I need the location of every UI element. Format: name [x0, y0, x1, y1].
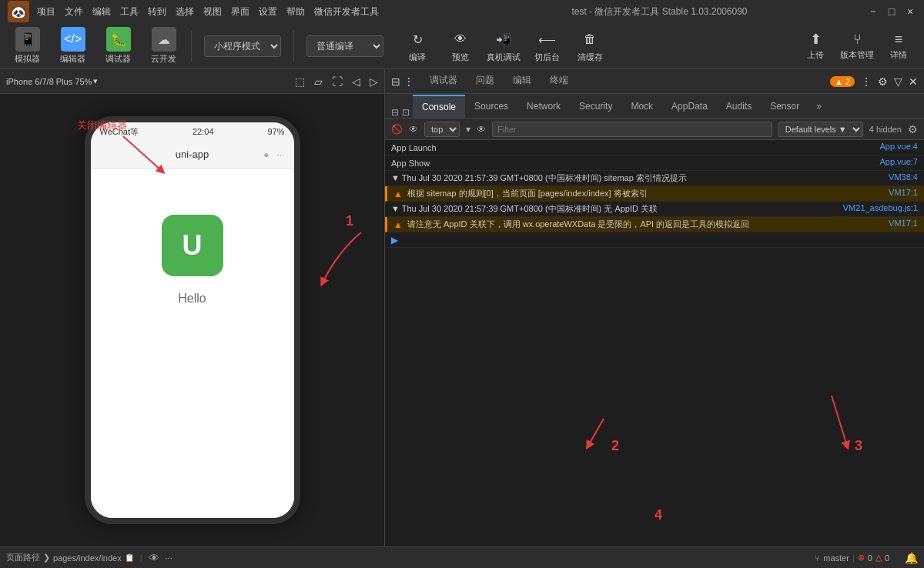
- console-sidebar-toggle[interactable]: ⊟: [391, 107, 399, 118]
- console-row-3: ▲ 根据 sitemap 的规则[0]，当前页面 [pages/index/in…: [385, 186, 924, 202]
- debugger-label: 调试器: [105, 53, 131, 65]
- console-tab-sensor[interactable]: Sensor: [761, 95, 808, 118]
- devtools-sidebar-icon[interactable]: ⊟: [391, 75, 400, 88]
- console-source-3[interactable]: VM17:1: [889, 188, 918, 199]
- console-row-6: ▶: [385, 232, 924, 248]
- devtools-header-right: ▲ 2 ⋮ ⚙ ▽ ✕: [830, 75, 918, 88]
- filter-eye-icon[interactable]: 👁: [409, 124, 418, 135]
- fullscreen-icon[interactable]: ⛶: [332, 75, 343, 88]
- realtest-button[interactable]: 📲 真机调试: [485, 26, 522, 66]
- cloud-button[interactable]: ☁ 云开发: [142, 26, 185, 66]
- menu-ui[interactable]: 界面: [231, 5, 249, 18]
- tab-issues[interactable]: 问题: [467, 69, 504, 94]
- editor-button[interactable]: </> 编辑器: [52, 26, 94, 66]
- mode-select[interactable]: 小程序模式: [204, 35, 281, 57]
- filter-block-icon[interactable]: 🚫: [391, 124, 403, 135]
- devtools-expand-icon[interactable]: ▽: [894, 75, 902, 88]
- debugger-button[interactable]: 🐛 调试器: [97, 26, 139, 66]
- console-tab-bar: ⊟ ⊡ Console Sources Network Security Moc…: [385, 94, 924, 119]
- annotation-4: 4: [654, 507, 662, 523]
- console-row-content-3: ▲ 根据 sitemap 的规则[0]，当前页面 [pages/index/in…: [393, 188, 889, 199]
- console-tab-active[interactable]: Console: [413, 95, 465, 118]
- menu-project[interactable]: 项目: [37, 5, 55, 18]
- phone-nav-bar: uni-app ··· ●: [91, 141, 294, 169]
- status-right: ⑂ master | ⊗ 0 △ 0 🔔: [815, 552, 918, 564]
- devtools-more-icon[interactable]: ⋮: [861, 75, 872, 88]
- filter-eye2-icon[interactable]: 👁: [477, 124, 486, 135]
- status-path[interactable]: 页面路径 ❯ pages/index/index 📋: [6, 552, 134, 563]
- devtools-header: ⊟ ⋮ 调试器 问题 编辑 终端 ▲ 2 ⋮ ⚙ ▽ ✕: [385, 69, 924, 94]
- devtools-tab-bar: 调试器 问题 编辑 终端: [420, 69, 578, 94]
- preview-button[interactable]: 👁 预览: [442, 26, 479, 66]
- console-row-5: ▲ 请注意无 AppID 关联下，调用 wx.operateWXData 是受限…: [385, 217, 924, 232]
- device-selector[interactable]: iPhone 6/7/8 Plus 75% ▾: [6, 76, 98, 86]
- console-source-2[interactable]: VM38:4: [889, 172, 918, 184]
- status-more-icon[interactable]: ···: [166, 553, 172, 563]
- console-tab-security[interactable]: Security: [570, 95, 621, 118]
- forward-nav-icon[interactable]: ▷: [370, 75, 378, 88]
- simulator-panel: iPhone 6/7/8 Plus 75% ▾ ⬚ ▱ ⛶ ◁ ▷ 关闭编辑器: [0, 69, 385, 546]
- back-nav-icon[interactable]: ◁: [352, 75, 360, 88]
- console-tab-audits[interactable]: Audits: [717, 95, 761, 118]
- minimize-button[interactable]: －: [867, 5, 879, 18]
- filter-context-select[interactable]: top: [424, 122, 460, 137]
- tab-terminal[interactable]: 终端: [541, 69, 578, 94]
- cloud-label: 云开发: [151, 53, 176, 65]
- console-tab-appdata[interactable]: AppData: [662, 95, 717, 118]
- status-branch: ⑂ master: [815, 553, 849, 563]
- console-tab-more[interactable]: »: [808, 95, 829, 118]
- clearcache-button[interactable]: 🗑 清缓存: [571, 26, 608, 66]
- console-source-0[interactable]: App.vue:4: [879, 142, 918, 153]
- branch-name: master: [823, 553, 849, 563]
- filter-input[interactable]: [492, 122, 772, 137]
- separator-1: [191, 31, 192, 62]
- devtools-settings-icon[interactable]: ⚙: [878, 75, 888, 88]
- refresh-button[interactable]: ↻ 编译: [399, 26, 436, 66]
- menu-select[interactable]: 选择: [176, 5, 194, 18]
- console-text-2: ▼ Thu Jul 30 2020 21:57:39 GMT+0800 (中国标…: [391, 172, 687, 184]
- bell-icon[interactable]: 🔔: [905, 552, 918, 564]
- filter-settings-icon[interactable]: ⚙: [908, 123, 918, 135]
- window-title: test - 微信开发者工具 Stable 1.03.2006090: [452, 5, 867, 18]
- console-tab-network[interactable]: Network: [517, 95, 570, 118]
- console-cursor-icon[interactable]: ⊡: [402, 107, 410, 118]
- console-row-0: App Launch App.vue:4: [385, 140, 924, 155]
- menu-wechat-dev[interactable]: 微信开发者工具: [314, 5, 379, 18]
- separator-2: [293, 31, 294, 62]
- devtools-close-icon[interactable]: ✕: [909, 75, 918, 88]
- frame-icon[interactable]: ▱: [314, 75, 323, 88]
- menu-help[interactable]: 帮助: [286, 5, 305, 18]
- annotation-1: 1: [346, 213, 353, 229]
- cutback-button[interactable]: ⟵ 切后台: [528, 26, 565, 66]
- compile-select[interactable]: 普通编译: [306, 35, 383, 57]
- menu-edit[interactable]: 编辑: [92, 5, 111, 18]
- detail-button[interactable]: ≡ 详情: [879, 26, 918, 66]
- console-tab-sources[interactable]: Sources: [465, 95, 517, 118]
- console-source-5[interactable]: VM17:1: [889, 219, 918, 230]
- upload-button[interactable]: ⬆ 上传: [796, 26, 835, 66]
- menu-file[interactable]: 文件: [65, 5, 83, 18]
- version-mgr-button[interactable]: ⑂ 版本管理: [838, 26, 876, 66]
- maximize-button[interactable]: □: [886, 5, 898, 18]
- status-path-icon: 📋: [125, 553, 134, 562]
- simulator-button[interactable]: 📱 模拟器: [6, 26, 49, 66]
- console-source-4[interactable]: VM21_asdebug.js:1: [843, 203, 918, 215]
- status-separator: |: [140, 553, 142, 563]
- console-tab-mock[interactable]: Mock: [621, 95, 662, 118]
- console-source-1[interactable]: App.vue:7: [879, 157, 918, 169]
- filter-level-select[interactable]: Default levels ▼: [778, 122, 863, 137]
- status-eye-icon[interactable]: 👁: [149, 552, 159, 564]
- menu-goto[interactable]: 转到: [148, 5, 166, 18]
- filter-dropdown-icon[interactable]: ▾: [466, 124, 470, 135]
- tab-debugger[interactable]: 调试器: [420, 69, 467, 94]
- devtools-cursor-icon[interactable]: ⋮: [403, 75, 414, 88]
- phone-time: 22:04: [192, 127, 214, 136]
- menu-settings[interactable]: 设置: [259, 5, 277, 18]
- hidden-count: 4 hidden: [869, 125, 902, 134]
- console-row-content-6: ▶: [391, 234, 918, 246]
- close-button[interactable]: ×: [904, 5, 916, 18]
- tab-edit[interactable]: 编辑: [504, 69, 541, 94]
- menu-view[interactable]: 视图: [203, 5, 222, 18]
- rotate-icon[interactable]: ⬚: [295, 75, 305, 88]
- menu-tools[interactable]: 工具: [120, 5, 139, 18]
